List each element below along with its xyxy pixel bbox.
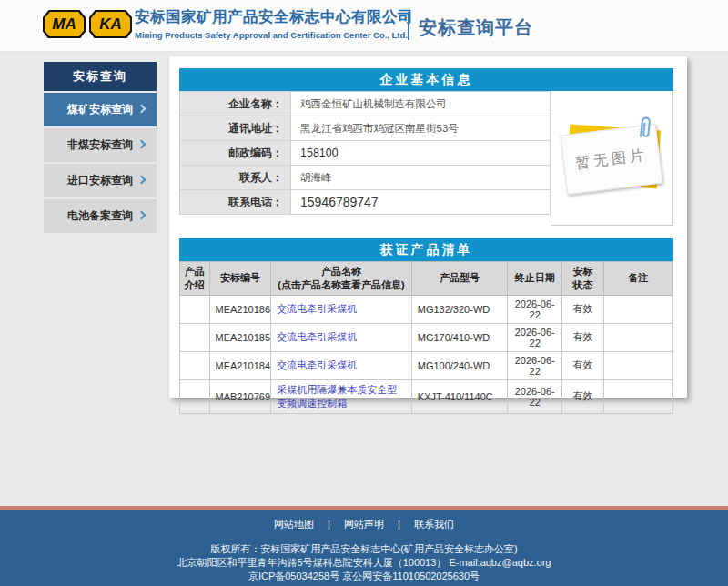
cell-remark bbox=[604, 379, 673, 413]
enterprise-section-header: 企业基本信息 bbox=[179, 68, 673, 91]
products-table: 产品 介绍 安标编号 产品名称 (点击产品名称查看产品信息) 产品型号 终止日期… bbox=[179, 261, 673, 414]
sidebar-item-label: 煤矿安标查询 bbox=[67, 102, 133, 117]
table-row: 企业名称： 鸡西金恒矿山机械制造有限公司 bbox=[180, 92, 551, 116]
footer-link-separator: | bbox=[398, 519, 400, 530]
cell-end-date: 2026-06-22 bbox=[508, 323, 562, 351]
enterprise-info-table: 企业名称： 鸡西金恒矿山机械制造有限公司 通讯地址： 黑龙江省鸡西市鸡冠区南星街… bbox=[179, 91, 551, 215]
cell-product-name: 交流电牵引采煤机 bbox=[271, 351, 411, 379]
no-image-text: 暂无图片 bbox=[574, 146, 649, 174]
org-name-cn: 安标国家矿用产品安全标志中心有限公司 bbox=[135, 7, 413, 27]
sidebar-item-coal-mine-query[interactable]: 煤矿安标查询 bbox=[44, 93, 157, 126]
cell-end-date: 2026-06-22 bbox=[508, 295, 562, 323]
table-row: MEA210184 交流电牵引采煤机 MG100/240-WD 2026-06-… bbox=[180, 351, 673, 379]
col-product-name: 产品名称 (点击产品名称查看产品信息) bbox=[271, 262, 411, 296]
table-row: 联系人： 胡海峰 bbox=[180, 166, 551, 190]
cell-intro bbox=[180, 323, 210, 351]
col-product-intro: 产品 介绍 bbox=[180, 262, 210, 296]
footer: 网站地图 | 网站声明 | 联系我们 版权所有：安标国家矿用产品安全标志中心(矿… bbox=[0, 510, 728, 586]
cell-product-name: 交流电牵引采煤机 bbox=[271, 323, 411, 351]
product-name-link[interactable]: 交流电牵引采煤机 bbox=[277, 331, 357, 342]
cell-remark bbox=[604, 295, 673, 323]
cell-model: MG170/410-WD bbox=[411, 323, 508, 351]
status-badge: 有效 bbox=[562, 295, 604, 323]
sidebar-item-label: 进口安标查询 bbox=[67, 173, 133, 188]
col-product-model: 产品型号 bbox=[411, 262, 508, 296]
sidebar-item-battery-record-query[interactable]: 电池备案查询 bbox=[44, 199, 157, 233]
maka-logo[interactable]: MA KA bbox=[43, 10, 132, 38]
product-name-link[interactable]: 采煤机用隔爆兼本质安全型变频调速控制箱 bbox=[277, 384, 397, 409]
status-badge: 有效 bbox=[562, 379, 604, 413]
logo-badge-ka-icon: KA bbox=[89, 10, 132, 38]
sidebar-item-label: 非煤安标查询 bbox=[67, 137, 133, 153]
page: MA KA 安标国家矿用产品安全标志中心有限公司 Mining Products… bbox=[0, 0, 728, 586]
icp-line: 京ICP备05034258号 京公网安备11010502025630号 bbox=[0, 570, 728, 583]
copyright-line: 版权所有：安标国家矿用产品安全标志中心(矿用产品安全标志办公室) bbox=[0, 542, 728, 556]
platform-title: 安标查询平台 bbox=[419, 15, 533, 40]
table-row: 联系电话： 15946789747 bbox=[180, 190, 551, 215]
table-row: MEA210186 交流电牵引采煤机 MG132/320-WD 2026-06-… bbox=[180, 295, 673, 323]
cell-product-name: 交流电牵引采煤机 bbox=[271, 295, 411, 323]
cell-end-date: 2026-06-22 bbox=[508, 379, 562, 413]
cell-cert-number: MEA210184 bbox=[209, 351, 271, 379]
cell-intro bbox=[180, 379, 210, 413]
chevron-right-icon bbox=[137, 105, 147, 114]
sidebar-item-non-coal-query[interactable]: 非煤安标查询 bbox=[44, 128, 157, 162]
products-section-header: 获证产品清单 bbox=[179, 238, 673, 261]
chevron-right-icon bbox=[137, 176, 147, 185]
footer-link-separator: | bbox=[328, 519, 330, 530]
field-label: 邮政编码： bbox=[180, 141, 291, 166]
col-remark: 备注 bbox=[604, 262, 673, 296]
paperclip-icon bbox=[635, 114, 653, 145]
sidebar-item-import-query[interactable]: 进口安标查询 bbox=[44, 164, 157, 197]
enterprise-body: 企业名称： 鸡西金恒矿山机械制造有限公司 通讯地址： 黑龙江省鸡西市鸡冠区南星街… bbox=[179, 91, 673, 226]
cell-intro bbox=[180, 295, 210, 323]
cell-cert-number: MEA210186 bbox=[209, 295, 271, 323]
status-badge: 有效 bbox=[562, 323, 604, 351]
cell-remark bbox=[604, 323, 673, 351]
cell-model: MG132/320-WD bbox=[411, 295, 508, 323]
address-line: 北京朝阳区和平里青年沟路5号煤科总院安科大厦（100013） E-mail:aq… bbox=[0, 556, 728, 570]
sidebar: 安标查询 煤矿安标查询 非煤安标查询 进口安标查询 电池备案查询 bbox=[44, 62, 157, 233]
sidebar-item-label: 电池备案查询 bbox=[67, 208, 133, 224]
field-value-contact: 胡海峰 bbox=[291, 166, 551, 190]
field-value-postcode: 158100 bbox=[291, 141, 551, 166]
chevron-right-icon bbox=[137, 140, 147, 149]
cell-cert-number: MEA210185 bbox=[209, 323, 271, 351]
table-row: 邮政编码： 158100 bbox=[180, 141, 551, 166]
status-badge: 有效 bbox=[562, 351, 604, 379]
table-header-row: 产品 介绍 安标编号 产品名称 (点击产品名称查看产品信息) 产品型号 终止日期… bbox=[180, 262, 673, 296]
footer-link-statement[interactable]: 网站声明 bbox=[344, 519, 384, 530]
field-label: 联系电话： bbox=[180, 190, 291, 215]
logo-badge-ma-icon: MA bbox=[43, 10, 86, 38]
field-value-address: 黑龙江省鸡西市鸡冠区南星街53号 bbox=[291, 116, 551, 141]
sidebar-title: 安标查询 bbox=[44, 62, 157, 91]
logo-badge-ka-text: KA bbox=[91, 12, 130, 36]
col-status: 安标 状态 bbox=[562, 262, 604, 296]
cell-remark bbox=[604, 351, 673, 379]
field-value-phone: 15946789747 bbox=[291, 190, 551, 215]
footer-links: 网站地图 | 网站声明 | 联系我们 bbox=[0, 518, 728, 531]
cell-cert-number: MAB210769 bbox=[209, 379, 271, 413]
table-row: 通讯地址： 黑龙江省鸡西市鸡冠区南星街53号 bbox=[180, 116, 551, 141]
footer-link-contact[interactable]: 联系我们 bbox=[414, 519, 454, 530]
org-name-en: Mining Products Safety Approval and Cert… bbox=[135, 30, 413, 40]
header: MA KA 安标国家矿用产品安全标志中心有限公司 Mining Products… bbox=[0, 0, 728, 52]
cell-model: MG100/240-WD bbox=[411, 351, 508, 379]
products-section: 获证产品清单 产品 介绍 安标编号 产品名称 (点击产品名称查看产品信息) 产品… bbox=[179, 238, 673, 414]
product-name-link[interactable]: 交流电牵引采煤机 bbox=[277, 359, 357, 370]
footer-link-sitemap[interactable]: 网站地图 bbox=[274, 519, 314, 530]
main-panel: 企业基本信息 企业名称： 鸡西金恒矿山机械制造有限公司 通讯地址： 黑龙江省鸡西… bbox=[169, 56, 687, 398]
field-value-company-name: 鸡西金恒矿山机械制造有限公司 bbox=[291, 92, 551, 116]
col-end-date: 终止日期 bbox=[508, 262, 562, 296]
cell-product-name: 采煤机用隔爆兼本质安全型变频调速控制箱 bbox=[271, 379, 411, 413]
logo-badge-ma-text: MA bbox=[45, 12, 84, 36]
field-label: 通讯地址： bbox=[180, 116, 291, 141]
cell-end-date: 2026-06-22 bbox=[508, 351, 562, 379]
no-image-placeholder: 暂无图片 bbox=[551, 91, 673, 226]
field-label: 企业名称： bbox=[180, 92, 291, 116]
product-name-link[interactable]: 交流电牵引采煤机 bbox=[277, 303, 357, 314]
table-row: MEA210185 交流电牵引采煤机 MG170/410-WD 2026-06-… bbox=[180, 323, 673, 351]
field-label: 联系人： bbox=[180, 166, 291, 190]
footer-copyright: 版权所有：安标国家矿用产品安全标志中心(矿用产品安全标志办公室) 北京朝阳区和平… bbox=[0, 542, 728, 583]
header-divider bbox=[408, 12, 410, 40]
